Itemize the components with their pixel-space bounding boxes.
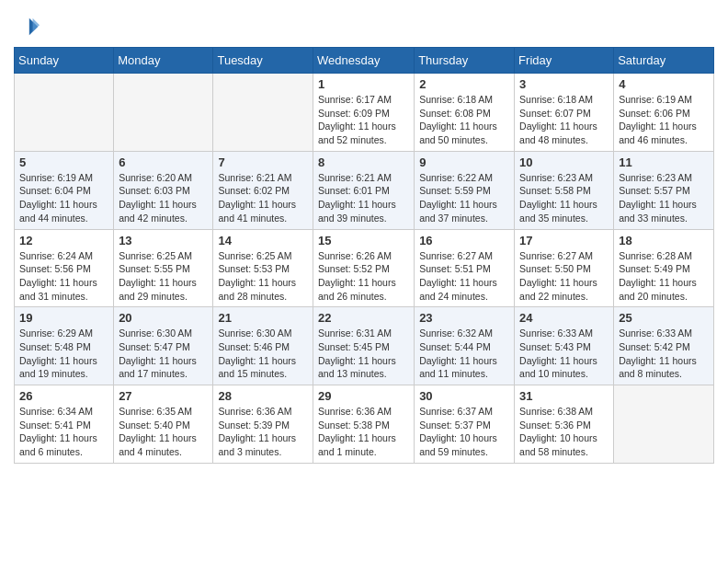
calendar-cell: 17Sunrise: 6:27 AM Sunset: 5:50 PM Dayli… [515, 229, 614, 307]
day-info: Sunrise: 6:31 AM Sunset: 5:45 PM Dayligh… [318, 327, 409, 381]
calendar-cell: 22Sunrise: 6:31 AM Sunset: 5:45 PM Dayli… [313, 307, 415, 385]
day-info: Sunrise: 6:24 AM Sunset: 5:56 PM Dayligh… [19, 249, 108, 304]
day-number: 19 [19, 311, 108, 325]
day-info: Sunrise: 6:38 AM Sunset: 5:36 PM Dayligh… [519, 405, 609, 459]
calendar-cell: 14Sunrise: 6:25 AM Sunset: 5:53 PM Dayli… [213, 229, 313, 307]
calendar-cell [15, 74, 114, 152]
day-info: Sunrise: 6:35 AM Sunset: 5:40 PM Dayligh… [119, 405, 208, 459]
calendar-week-row: 12Sunrise: 6:24 AM Sunset: 5:56 PM Dayli… [15, 229, 714, 307]
day-number: 16 [419, 234, 509, 247]
day-info: Sunrise: 6:18 AM Sunset: 6:07 PM Dayligh… [519, 93, 609, 147]
day-info: Sunrise: 6:36 AM Sunset: 5:38 PM Dayligh… [318, 405, 409, 459]
day-number: 15 [318, 234, 409, 247]
calendar-cell: 5Sunrise: 6:19 AM Sunset: 6:04 PM Daylig… [15, 151, 114, 229]
day-number: 7 [218, 155, 308, 169]
day-info: Sunrise: 6:28 AM Sunset: 5:49 PM Dayligh… [619, 249, 709, 304]
day-info: Sunrise: 6:25 AM Sunset: 5:53 PM Dayligh… [218, 249, 308, 304]
calendar-cell: 16Sunrise: 6:27 AM Sunset: 5:51 PM Dayli… [415, 229, 515, 307]
day-info: Sunrise: 6:27 AM Sunset: 5:50 PM Dayligh… [519, 249, 609, 304]
day-number: 20 [119, 311, 208, 325]
day-number: 9 [419, 155, 509, 169]
day-number: 27 [119, 389, 208, 403]
day-info: Sunrise: 6:19 AM Sunset: 6:04 PM Dayligh… [19, 171, 108, 225]
day-header-sunday: Sunday [15, 48, 114, 74]
calendar-cell: 3Sunrise: 6:18 AM Sunset: 6:07 PM Daylig… [515, 74, 614, 152]
logo-icon [14, 14, 40, 40]
day-number: 14 [218, 234, 308, 247]
calendar-cell: 19Sunrise: 6:29 AM Sunset: 5:48 PM Dayli… [15, 307, 114, 385]
day-info: Sunrise: 6:22 AM Sunset: 5:59 PM Dayligh… [419, 171, 509, 225]
day-info: Sunrise: 6:23 AM Sunset: 5:58 PM Dayligh… [519, 171, 609, 225]
calendar-cell: 13Sunrise: 6:25 AM Sunset: 5:55 PM Dayli… [114, 229, 213, 307]
day-number: 25 [619, 311, 709, 325]
day-number: 23 [419, 311, 509, 325]
day-info: Sunrise: 6:17 AM Sunset: 6:09 PM Dayligh… [318, 93, 409, 147]
calendar-cell: 29Sunrise: 6:36 AM Sunset: 5:38 PM Dayli… [313, 385, 415, 464]
day-header-saturday: Saturday [614, 48, 714, 74]
calendar-cell: 24Sunrise: 6:33 AM Sunset: 5:43 PM Dayli… [515, 307, 614, 385]
calendar-cell: 30Sunrise: 6:37 AM Sunset: 5:37 PM Dayli… [415, 385, 515, 464]
page-container: SundayMondayTuesdayWednesdayThursdayFrid… [0, 0, 728, 477]
day-number: 21 [218, 311, 308, 325]
day-number: 31 [519, 389, 609, 403]
calendar-cell: 25Sunrise: 6:33 AM Sunset: 5:42 PM Dayli… [614, 307, 714, 385]
header [14, 9, 714, 40]
day-number: 26 [19, 389, 108, 403]
day-info: Sunrise: 6:21 AM Sunset: 6:01 PM Dayligh… [318, 171, 409, 225]
calendar-cell: 4Sunrise: 6:19 AM Sunset: 6:06 PM Daylig… [614, 74, 714, 152]
calendar-week-row: 26Sunrise: 6:34 AM Sunset: 5:41 PM Dayli… [15, 385, 714, 464]
calendar-week-row: 19Sunrise: 6:29 AM Sunset: 5:48 PM Dayli… [15, 307, 714, 385]
calendar-cell: 27Sunrise: 6:35 AM Sunset: 5:40 PM Dayli… [114, 385, 213, 464]
day-number: 11 [619, 155, 709, 169]
day-info: Sunrise: 6:23 AM Sunset: 5:57 PM Dayligh… [619, 171, 709, 225]
day-number: 3 [519, 77, 609, 91]
day-info: Sunrise: 6:36 AM Sunset: 5:39 PM Dayligh… [218, 405, 308, 459]
calendar-cell: 26Sunrise: 6:34 AM Sunset: 5:41 PM Dayli… [15, 385, 114, 464]
day-info: Sunrise: 6:26 AM Sunset: 5:52 PM Dayligh… [318, 249, 409, 304]
calendar-week-row: 5Sunrise: 6:19 AM Sunset: 6:04 PM Daylig… [15, 151, 714, 229]
day-info: Sunrise: 6:32 AM Sunset: 5:44 PM Dayligh… [419, 327, 509, 381]
day-number: 4 [619, 77, 709, 91]
day-info: Sunrise: 6:30 AM Sunset: 5:47 PM Dayligh… [119, 327, 208, 381]
day-info: Sunrise: 6:30 AM Sunset: 5:46 PM Dayligh… [218, 327, 308, 381]
day-number: 29 [318, 389, 409, 403]
day-info: Sunrise: 6:27 AM Sunset: 5:51 PM Dayligh… [419, 249, 509, 304]
calendar-cell: 20Sunrise: 6:30 AM Sunset: 5:47 PM Dayli… [114, 307, 213, 385]
day-header-thursday: Thursday [415, 48, 515, 74]
day-number: 18 [619, 234, 709, 247]
day-info: Sunrise: 6:33 AM Sunset: 5:43 PM Dayligh… [519, 327, 609, 381]
calendar-cell: 1Sunrise: 6:17 AM Sunset: 6:09 PM Daylig… [313, 74, 415, 152]
day-number: 30 [419, 389, 509, 403]
day-info: Sunrise: 6:29 AM Sunset: 5:48 PM Dayligh… [19, 327, 108, 381]
day-number: 6 [119, 155, 208, 169]
day-info: Sunrise: 6:33 AM Sunset: 5:42 PM Dayligh… [619, 327, 709, 381]
day-header-wednesday: Wednesday [313, 48, 415, 74]
day-info: Sunrise: 6:21 AM Sunset: 6:02 PM Dayligh… [218, 171, 308, 225]
day-header-tuesday: Tuesday [213, 48, 313, 74]
day-info: Sunrise: 6:18 AM Sunset: 6:08 PM Dayligh… [419, 93, 509, 147]
calendar-cell: 8Sunrise: 6:21 AM Sunset: 6:01 PM Daylig… [313, 151, 415, 229]
calendar-cell: 2Sunrise: 6:18 AM Sunset: 6:08 PM Daylig… [415, 74, 515, 152]
day-number: 2 [419, 77, 509, 91]
day-number: 5 [19, 155, 108, 169]
calendar-cell: 28Sunrise: 6:36 AM Sunset: 5:39 PM Dayli… [213, 385, 313, 464]
calendar-week-row: 1Sunrise: 6:17 AM Sunset: 6:09 PM Daylig… [15, 74, 714, 152]
calendar-cell: 12Sunrise: 6:24 AM Sunset: 5:56 PM Dayli… [15, 229, 114, 307]
day-number: 24 [519, 311, 609, 325]
day-header-monday: Monday [114, 48, 213, 74]
calendar-table: SundayMondayTuesdayWednesdayThursdayFrid… [14, 47, 714, 464]
day-info: Sunrise: 6:37 AM Sunset: 5:37 PM Dayligh… [419, 405, 509, 459]
calendar-cell: 6Sunrise: 6:20 AM Sunset: 6:03 PM Daylig… [114, 151, 213, 229]
day-number: 22 [318, 311, 409, 325]
logo [14, 14, 43, 40]
day-number: 13 [119, 234, 208, 247]
day-header-friday: Friday [515, 48, 614, 74]
calendar-cell [614, 385, 714, 464]
day-number: 8 [318, 155, 409, 169]
day-info: Sunrise: 6:25 AM Sunset: 5:55 PM Dayligh… [119, 249, 208, 304]
calendar-cell: 7Sunrise: 6:21 AM Sunset: 6:02 PM Daylig… [213, 151, 313, 229]
day-number: 1 [318, 77, 409, 91]
day-number: 12 [19, 234, 108, 247]
day-info: Sunrise: 6:19 AM Sunset: 6:06 PM Dayligh… [619, 93, 709, 147]
day-number: 17 [519, 234, 609, 247]
